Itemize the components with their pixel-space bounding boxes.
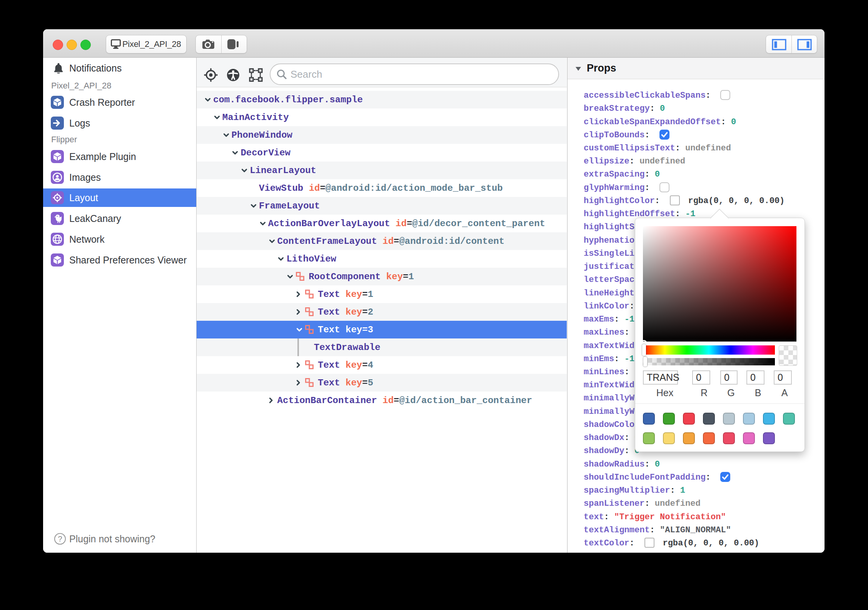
svg-text:?: ? xyxy=(58,535,62,543)
